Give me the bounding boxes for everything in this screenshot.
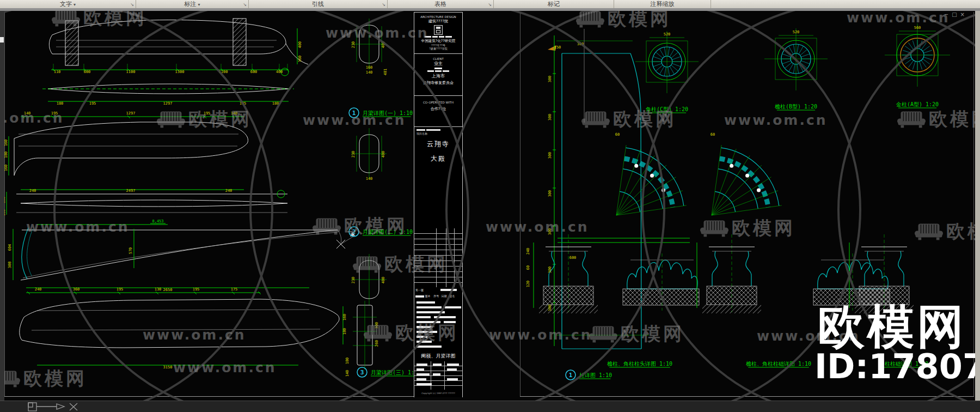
dimension-text: 180 xyxy=(4,152,8,159)
detail-title: 金柱(A型) 1:20 xyxy=(896,101,939,107)
right-drawing-viewport[interactable]: 1503003003003003003003003006005205205606… xyxy=(524,14,975,401)
petal-line xyxy=(923,46,930,51)
panel-launcher-icon[interactable] xyxy=(243,1,247,9)
detail-title: 檐柱、角柱柱础详图 1:10 xyxy=(746,361,811,367)
detail-label: 月梁详图(一) 1:10 xyxy=(363,110,413,116)
dimension-text: 140 xyxy=(366,177,373,181)
moon-beam-detail-1 xyxy=(49,19,308,71)
redacted-bar xyxy=(416,311,445,313)
petal-line xyxy=(670,49,675,57)
petal-line xyxy=(793,44,795,53)
panel-launcher-icon[interactable] xyxy=(382,1,385,9)
dimension-text: 560 xyxy=(914,26,921,30)
dimension-text: 160 xyxy=(342,314,347,321)
minimize-button[interactable]: − xyxy=(944,11,952,17)
petal-line xyxy=(660,49,665,57)
fan-radial-line xyxy=(616,177,676,215)
callout-number: 2 xyxy=(352,228,356,235)
ribbon-panel-markup[interactable]: 标记 xyxy=(494,0,614,8)
dimension-text: 400 xyxy=(381,151,385,158)
detail-title: 金柱柱础详图 1:10 xyxy=(879,361,928,367)
coop-cn: 合作??位 xyxy=(414,106,462,112)
revision-grid xyxy=(414,228,462,287)
dimension-text: 300 xyxy=(548,305,552,312)
petal-line xyxy=(799,46,804,54)
dimension-text: 195 xyxy=(117,287,124,292)
firm-logo xyxy=(434,25,443,35)
petal-line xyxy=(905,59,912,64)
panel-launcher-icon[interactable] xyxy=(130,1,134,9)
petal-line xyxy=(801,60,810,64)
redacted-bar xyxy=(416,341,432,343)
dimension-text: 360 xyxy=(73,287,80,292)
copyright-line: Copyright (c) 199?-2??? ?????? xyxy=(414,392,462,395)
status-bar xyxy=(0,401,980,412)
petal-line xyxy=(782,60,791,64)
ribbon-panel-leader[interactable]: 引线 xyxy=(249,0,388,8)
institute-line1: 中国建筑?化??研究院 xyxy=(414,39,462,44)
beam-lens-profile xyxy=(42,84,294,101)
dimension-text: 400 xyxy=(276,70,283,74)
left-window-edge xyxy=(0,11,4,401)
scrollbar-strip[interactable] xyxy=(975,11,980,401)
dimension-text: 60 xyxy=(526,265,530,270)
chevron-down-icon[interactable] xyxy=(196,1,200,8)
restore-button[interactable]: □ xyxy=(952,11,960,17)
window-controls: −□× xyxy=(944,11,968,17)
dimension-text: 520 xyxy=(793,30,800,34)
petal-line xyxy=(797,64,799,74)
petal-line xyxy=(912,61,915,69)
dimension-text: 160 xyxy=(4,140,8,147)
dimension-text: 481 xyxy=(383,69,388,76)
dimension-text: 60 xyxy=(710,132,715,137)
fan-marker xyxy=(745,174,749,178)
chevron-down-icon[interactable] xyxy=(72,1,76,8)
redacted-bar xyxy=(416,346,442,348)
redacted-bar xyxy=(444,321,456,323)
petal-line xyxy=(800,50,807,56)
ribbon-panel-annotation-scaling[interactable]: 注释缩放 xyxy=(614,0,711,8)
callout-number: 1 xyxy=(569,372,573,379)
dimension-text: 180 xyxy=(4,209,6,216)
dimension-text: 230 xyxy=(351,277,356,284)
project-name: 云翔寺 xyxy=(414,140,462,149)
redacted-bar xyxy=(416,336,427,338)
dimension-text: 195 xyxy=(51,111,58,116)
elevation-text: 8,453 xyxy=(152,219,163,223)
petal-line xyxy=(921,43,926,50)
ribbon-panel-table[interactable]: 表格 xyxy=(388,0,494,8)
detail-title: 角柱(C型) 1:20 xyxy=(646,106,688,112)
dimension-text: 240 xyxy=(225,189,232,193)
dimension-text: 110 xyxy=(54,70,61,74)
dimension-text: 60 xyxy=(615,132,620,137)
dimension-text: 600 xyxy=(250,70,258,74)
petal-line xyxy=(800,62,807,68)
petal-line xyxy=(656,65,663,71)
petal-line xyxy=(909,43,914,50)
dimension-text: 520 xyxy=(664,32,671,37)
petal-line xyxy=(793,64,795,74)
ribbon-panel-text[interactable]: 文字 xyxy=(0,0,136,8)
dimension-text: 300 xyxy=(548,190,552,197)
petal-line xyxy=(923,50,932,53)
callout-number: 3 xyxy=(360,369,364,376)
ribbon-panel-label: 标记 xyxy=(548,1,560,8)
close-button[interactable]: × xyxy=(960,11,968,17)
redacted-bar xyxy=(416,306,442,308)
petal-line xyxy=(797,44,799,53)
project-hall: 大殿 xyxy=(414,154,462,163)
revision-col-0: 序号 xyxy=(433,294,439,298)
dimension-text: 160 xyxy=(366,65,373,70)
fan-marker xyxy=(650,174,654,178)
dimension-text: 150 xyxy=(554,45,561,50)
panel-launcher-icon[interactable] xyxy=(488,1,492,9)
petal-line xyxy=(672,63,681,66)
dimension-text: 160 xyxy=(4,197,6,204)
ribbon-panel-dimension[interactable]: 标注 xyxy=(136,0,249,8)
petal-line xyxy=(920,40,922,49)
petal-line xyxy=(653,57,662,60)
petal-line xyxy=(660,66,665,75)
petal-line xyxy=(920,61,922,69)
dimension-text: 140 xyxy=(345,370,350,377)
ribbon-panel-label: 文字 xyxy=(60,1,72,8)
